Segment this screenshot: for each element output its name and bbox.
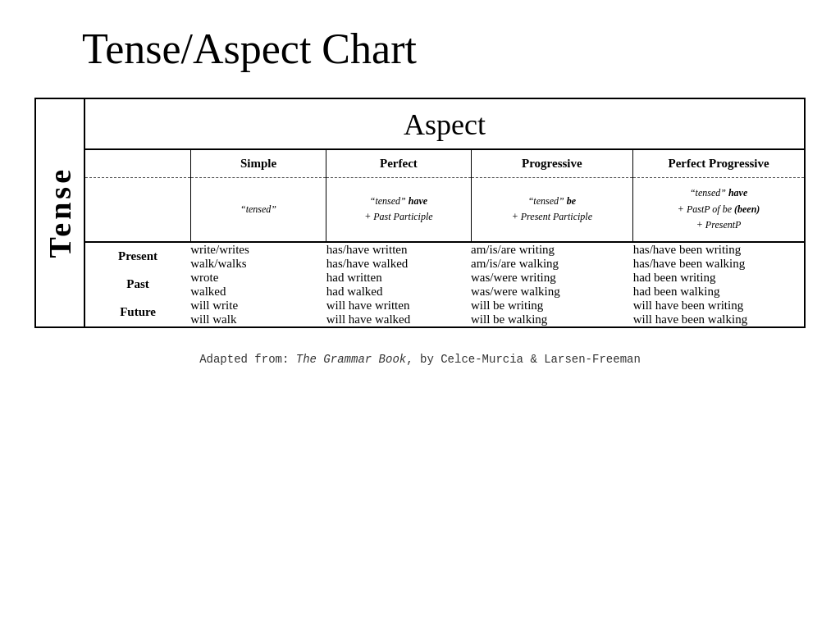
present-perfect: has/have writtenhas/have walked bbox=[326, 242, 471, 271]
past-label: Past bbox=[85, 271, 190, 299]
future-perfect: will have writtenwill have walked bbox=[326, 299, 471, 326]
chart-wrapper: Tense Aspect Simple Perfect Progressive … bbox=[34, 98, 806, 328]
present-progressive: am/is/are writingam/is/are walking bbox=[471, 242, 633, 271]
future-simple: will writewill walk bbox=[190, 299, 326, 326]
main-table: Aspect Simple Perfect Progressive Perfec… bbox=[84, 98, 806, 328]
formula-simple-text: “tensed” bbox=[240, 203, 276, 215]
col-header-perfect-progressive: Perfect Progressive bbox=[633, 149, 804, 178]
formula-progressive-text: “tensed” be+ Present Participle bbox=[512, 195, 592, 223]
past-row: Past wrotewalked had writtenhad walked w… bbox=[85, 271, 804, 299]
future-label: Future bbox=[85, 299, 190, 326]
present-simple: write/writeswalk/walks bbox=[190, 242, 326, 271]
present-row: Present write/writeswalk/walks has/have … bbox=[85, 242, 804, 271]
col-header-perfect: Perfect bbox=[326, 149, 471, 178]
future-progressive: will be writingwill be walking bbox=[471, 299, 633, 326]
past-progressive: was/were writingwas/were walking bbox=[471, 271, 633, 299]
present-label: Present bbox=[85, 242, 190, 271]
formula-perfect-text: “tensed” have+ Past Participle bbox=[364, 195, 432, 223]
footnote-book-title: The Grammar Book bbox=[296, 353, 406, 366]
formula-simple: “tensed” bbox=[190, 178, 326, 242]
formula-row: “tensed” “tensed” have+ Past Participle … bbox=[85, 178, 804, 242]
aspect-header-cell: Aspect bbox=[85, 99, 804, 149]
future-row: Future will writewill walk will have wri… bbox=[85, 299, 804, 326]
col-header-empty bbox=[85, 149, 190, 178]
col-header-simple: Simple bbox=[190, 149, 326, 178]
formula-empty bbox=[85, 178, 190, 242]
future-perfect-progressive: will have been writingwill have been wal… bbox=[633, 299, 804, 326]
tense-label: Tense bbox=[42, 167, 78, 258]
aspect-header-row: Aspect bbox=[85, 99, 804, 149]
formula-perfect-progressive: “tensed” have+ PastP of be (been)+ Prese… bbox=[633, 178, 804, 242]
footnote: Adapted from: The Grammar Book, by Celce… bbox=[199, 353, 641, 366]
past-simple: wrotewalked bbox=[190, 271, 326, 299]
formula-perfect: “tensed” have+ Past Participle bbox=[326, 178, 471, 242]
column-headers-row: Simple Perfect Progressive Perfect Progr… bbox=[85, 149, 804, 178]
formula-progressive: “tensed” be+ Present Participle bbox=[471, 178, 633, 242]
tense-label-wrapper: Tense bbox=[34, 98, 84, 328]
present-perfect-progressive: has/have been writinghas/have been walki… bbox=[633, 242, 804, 271]
past-perfect-progressive: had been writinghad been walking bbox=[633, 271, 804, 299]
past-perfect: had writtenhad walked bbox=[326, 271, 471, 299]
page-title: Tense/Aspect Chart bbox=[33, 25, 417, 73]
col-header-pp-text: Perfect Progressive bbox=[669, 157, 769, 170]
col-header-progressive: Progressive bbox=[471, 149, 633, 178]
formula-pp-text: “tensed” have+ PastP of be (been)+ Prese… bbox=[678, 187, 760, 231]
